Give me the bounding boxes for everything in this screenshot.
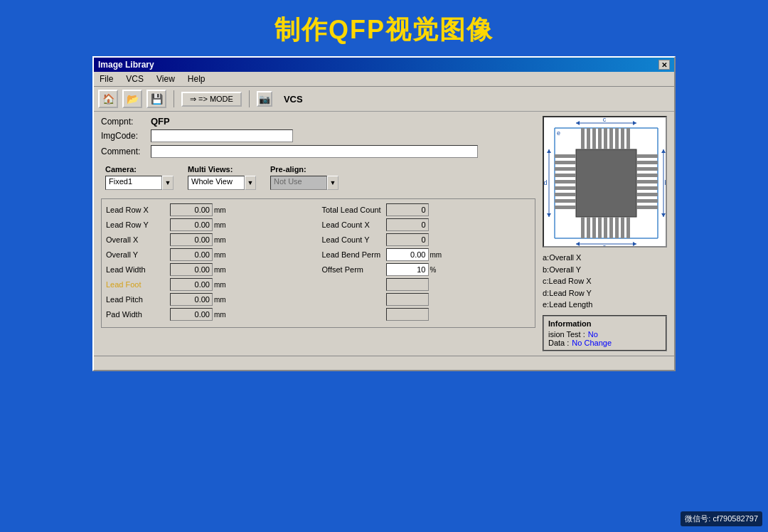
diagram-label-e: e:Lead Length [543,299,667,311]
menu-vcs[interactable]: VCS [123,73,146,85]
param-overall-y: Overall Y mm [106,248,315,261]
param-lead-row-x: Lead Row X mm [106,203,315,216]
menubar: File VCS View Help [94,72,674,87]
param-unit-pad-width: mm [214,311,228,319]
comment-label: Comment: [101,147,151,156]
param-input-lead-pitch[interactable] [170,293,213,306]
param-empty-1 [322,278,531,291]
config-row: Camera: Fixed1 ▼ Multi Views: Whole View… [101,162,535,193]
param-empty-3 [322,308,531,321]
param-lead-row-y: Lead Row Y mm [106,218,315,231]
param-input-lead-count-x[interactable] [386,218,429,231]
menu-help[interactable]: Help [185,73,208,85]
param-unit-overall-x: mm [214,236,228,244]
svg-rect-50 [636,154,658,158]
camera-label: Camera: [105,165,174,174]
params-section: Lead Row X mm Lead Row Y mm Overall X [101,198,535,328]
param-input-total-lead-count[interactable] [386,203,429,216]
prealign-dropdown-arrow[interactable]: ▼ [327,176,338,190]
prealign-select[interactable]: Not Use [270,176,327,190]
diagram-label-d: d:Lead Row Y [543,287,667,299]
multiviews-select[interactable]: Whole View [188,176,245,190]
watermark: 微信号: cf790582797 [681,511,762,526]
param-input-lead-bend-perm[interactable] [386,248,429,261]
svg-text:a: a [602,243,606,248]
param-input-overall-y[interactable] [170,248,213,261]
vision-test-row: ision Test : No [548,330,661,339]
diagram-label-c: c:Lead Row X [543,275,667,287]
camera-select-container: Fixed1 ▼ [105,176,174,190]
camera-dropdown-arrow[interactable]: ▼ [162,176,174,190]
param-input-lead-width[interactable] [170,263,213,276]
svg-rect-37 [609,217,613,238]
svg-rect-38 [615,217,619,238]
param-input-lead-row-x[interactable] [170,203,213,216]
svg-rect-41 [555,154,576,158]
menu-view[interactable]: View [154,73,178,85]
qfp-diagram: c b a d e [543,116,667,248]
param-input-lead-row-y[interactable] [170,218,213,231]
param-total-lead-count: Total Lead Count [322,203,531,216]
param-lead-count-y: Lead Count Y [322,233,531,246]
svg-rect-55 [636,186,658,190]
toolbar-separator-2 [249,90,250,107]
svg-rect-43 [555,167,576,171]
param-input-empty-2[interactable] [386,293,429,306]
svg-text:c: c [603,117,607,123]
multiviews-label: Multi Views: [188,165,256,174]
param-unit-lead-bend-perm: mm [430,251,444,259]
svg-rect-35 [598,217,602,238]
param-unit-lead-row-y: mm [214,221,228,229]
svg-rect-36 [604,217,607,238]
svg-rect-23 [581,128,585,149]
param-unit-overall-y: mm [214,251,228,259]
mode-button[interactable]: ⇒ => MODE [181,92,242,107]
param-input-pad-width[interactable] [170,308,213,321]
prealign-group: Pre-align: Not Use ▼ [270,165,338,190]
param-input-lead-count-y[interactable] [386,233,429,246]
svg-rect-39 [621,217,624,238]
svg-rect-40 [626,217,630,238]
menu-file[interactable]: File [97,73,116,85]
param-label-overall-y: Overall Y [106,250,170,259]
svg-rect-28 [609,128,613,149]
svg-text:b: b [664,179,667,186]
camera-group: Camera: Fixed1 ▼ [105,165,174,190]
imgcode-row: ImgCode: [101,129,535,142]
param-input-overall-x[interactable] [170,233,213,246]
svg-text:e: e [557,129,560,137]
svg-rect-53 [636,174,658,177]
comment-input[interactable] [151,145,478,158]
left-panel: Compnt: QFP ImgCode: Comment: Camera: Fi… [101,116,535,351]
param-offset-perm: Offset Perm % [322,263,531,276]
camera-select[interactable]: Fixed1 [105,176,162,190]
watermark-text: 微信号: cf790582797 [685,514,758,524]
param-input-lead-foot[interactable] [170,278,213,291]
toolbar-btn-3[interactable]: 💾 [146,90,166,108]
param-empty-2 [322,293,531,306]
svg-rect-48 [555,199,576,203]
param-label-offset-perm: Offset Perm [322,265,386,274]
diagram-labels: a:Overall X b:Overall Y c:Lead Row X d:L… [543,252,667,311]
svg-rect-34 [592,217,596,238]
right-panel: c b a d e [543,116,667,351]
svg-rect-44 [555,174,576,177]
param-unit-lead-row-x: mm [214,206,228,214]
imgcode-input[interactable] [151,129,293,142]
svg-rect-30 [621,128,624,149]
param-input-offset-perm[interactable] [386,263,429,276]
toolbar-btn-2[interactable]: 📂 [122,90,142,108]
window-title: Image Library [98,60,154,70]
param-unit-lead-foot: mm [214,281,228,289]
param-label-lead-foot: Lead Foot [106,280,170,289]
param-input-empty-1[interactable] [386,278,429,291]
toolbar-btn-1[interactable]: 🏠 [98,90,118,108]
param-label-lead-pitch: Lead Pitch [106,295,170,304]
comment-row: Comment: [101,145,535,158]
close-button[interactable]: ✕ [658,60,670,70]
svg-rect-32 [581,217,585,238]
page-title: 制作QFP视觉图像 [0,0,768,56]
param-input-empty-3[interactable] [386,308,429,321]
multiviews-dropdown-arrow[interactable]: ▼ [245,176,256,190]
param-label-lead-count-y: Lead Count Y [322,235,386,244]
